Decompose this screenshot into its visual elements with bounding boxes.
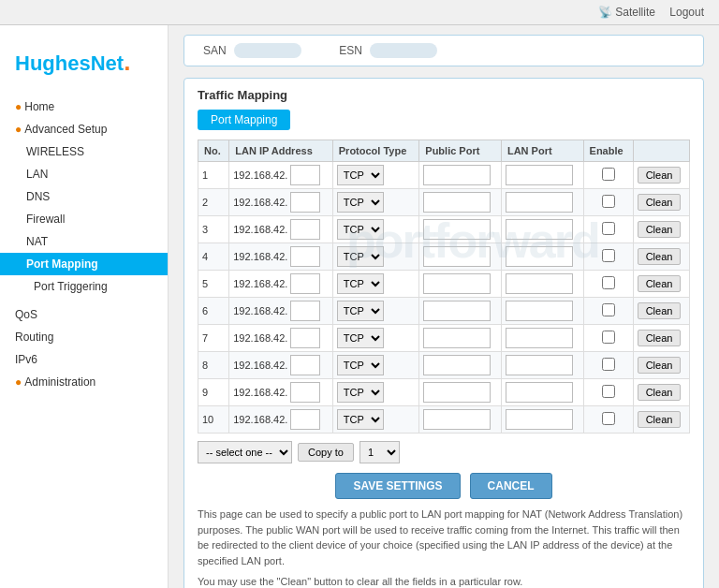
enable-checkbox[interactable]: [602, 331, 615, 344]
ip-prefix: 192.168.42.: [233, 332, 287, 344]
ip-suffix-input[interactable]: [290, 273, 320, 294]
protocol-select[interactable]: TCP UDP Both: [337, 219, 384, 240]
lan-port-input[interactable]: [506, 192, 573, 213]
description2: You may use the "Clean" button to clear …: [198, 574, 690, 588]
row-no: 3: [198, 216, 229, 243]
enable-checkbox[interactable]: [602, 303, 615, 316]
public-port-input[interactable]: [423, 246, 491, 267]
protocol-select[interactable]: TCP UDP Both: [337, 246, 384, 267]
public-port-input[interactable]: [423, 382, 491, 403]
sidebar-item-port-mapping[interactable]: Port Mapping: [0, 253, 168, 275]
clean-button[interactable]: Clean: [638, 302, 682, 319]
row-enable: [583, 216, 633, 243]
enable-checkbox[interactable]: [602, 222, 615, 235]
ip-prefix: 192.168.42.: [233, 251, 287, 262]
ip-suffix-input[interactable]: [290, 165, 320, 185]
san-label: SAN: [203, 44, 227, 57]
copy-to-button[interactable]: Copy to: [298, 443, 354, 462]
public-port-input[interactable]: [423, 409, 491, 430]
logout-link[interactable]: Logout: [669, 6, 704, 19]
protocol-select[interactable]: TCP UDP Both: [337, 355, 384, 375]
row-clean: Clean: [633, 216, 689, 243]
sidebar-item-firewall[interactable]: Firewall: [0, 208, 168, 230]
ip-suffix-input[interactable]: [290, 219, 320, 240]
sidebar-item-nat[interactable]: NAT: [0, 230, 168, 253]
copy-num-select[interactable]: 1 2 3 4 5 6 7 8 9 10: [360, 441, 400, 463]
clean-button[interactable]: Clean: [638, 221, 682, 238]
table-row: 4 192.168.42. TCP UDP Both Clean: [198, 243, 690, 271]
lan-port-input[interactable]: [506, 301, 573, 321]
row-protocol: TCP UDP Both: [332, 379, 419, 406]
ip-suffix-input[interactable]: [290, 246, 320, 267]
sidebar-item-advanced-setup[interactable]: ●Advanced Setup: [0, 118, 168, 140]
sidebar-item-ipv6[interactable]: IPv6: [0, 348, 168, 371]
lan-port-input[interactable]: [506, 409, 573, 430]
enable-checkbox[interactable]: [602, 276, 615, 289]
select-one-dropdown[interactable]: -- select one --: [198, 441, 292, 463]
lan-port-input[interactable]: [506, 355, 573, 375]
bullet-icon: ●: [15, 375, 22, 389]
clean-button[interactable]: Clean: [638, 330, 682, 346]
enable-checkbox[interactable]: [602, 195, 615, 208]
public-port-input[interactable]: [423, 273, 491, 294]
sidebar-item-administration[interactable]: ●Administration: [0, 371, 168, 393]
sidebar-item-port-triggering[interactable]: Port Triggering: [0, 275, 168, 298]
ip-suffix-input[interactable]: [290, 328, 320, 348]
public-port-input[interactable]: [423, 301, 491, 321]
lan-port-input[interactable]: [506, 382, 573, 403]
lan-port-input[interactable]: [506, 165, 573, 185]
public-port-input[interactable]: [423, 165, 491, 185]
col-action: [633, 140, 689, 162]
sidebar-item-routing[interactable]: Routing: [0, 326, 168, 348]
port-mapping-tab[interactable]: Port Mapping: [198, 110, 290, 130]
ip-suffix-input[interactable]: [290, 192, 320, 213]
save-settings-button[interactable]: SAVE SETTINGS: [335, 473, 460, 499]
public-port-input[interactable]: [423, 355, 491, 375]
ip-suffix-input[interactable]: [290, 355, 320, 375]
sidebar-item-home[interactable]: ●Home: [0, 96, 168, 118]
clean-button[interactable]: Clean: [638, 275, 682, 292]
clean-button[interactable]: Clean: [638, 357, 682, 374]
protocol-select[interactable]: TCP UDP Both: [337, 273, 384, 294]
enable-checkbox[interactable]: [602, 168, 615, 181]
lan-port-input[interactable]: [506, 246, 573, 267]
cancel-button[interactable]: CANCEL: [470, 473, 552, 499]
ip-prefix: 192.168.42.: [233, 360, 287, 371]
section-title: Traffic Mapping: [198, 88, 690, 102]
clean-button[interactable]: Clean: [638, 248, 682, 265]
lan-port-input[interactable]: [506, 273, 573, 294]
protocol-select[interactable]: TCP UDP Both: [337, 192, 384, 213]
sidebar-item-wireless[interactable]: WIRELESS: [0, 140, 168, 163]
protocol-select[interactable]: TCP UDP Both: [337, 165, 384, 185]
row-protocol: TCP UDP Both: [332, 352, 419, 379]
enable-checkbox[interactable]: [602, 358, 615, 371]
sidebar-item-dns[interactable]: DNS: [0, 185, 168, 208]
ip-suffix-input[interactable]: [290, 409, 320, 430]
protocol-select[interactable]: TCP UDP Both: [337, 328, 384, 348]
clean-button[interactable]: Clean: [638, 194, 682, 211]
lan-port-input[interactable]: [506, 328, 573, 348]
clean-button[interactable]: Clean: [638, 167, 682, 184]
ip-prefix: 192.168.42.: [233, 414, 287, 425]
protocol-select[interactable]: TCP UDP Both: [337, 301, 384, 321]
public-port-input[interactable]: [423, 192, 491, 213]
protocol-select[interactable]: TCP UDP Both: [337, 409, 384, 430]
lan-port-input[interactable]: [506, 219, 573, 240]
public-port-input[interactable]: [423, 219, 491, 240]
col-enable: Enable: [583, 140, 633, 162]
enable-checkbox[interactable]: [602, 385, 615, 398]
enable-checkbox[interactable]: [602, 412, 615, 425]
clean-button[interactable]: Clean: [638, 384, 682, 401]
enable-checkbox[interactable]: [602, 249, 615, 262]
row-no: 10: [198, 406, 229, 434]
ip-suffix-input[interactable]: [290, 382, 320, 403]
ip-suffix-input[interactable]: [290, 301, 320, 321]
col-no: No.: [198, 140, 229, 162]
protocol-select[interactable]: TCP UDP Both: [337, 382, 384, 403]
table-row: 6 192.168.42. TCP UDP Both Clean: [198, 298, 690, 325]
satellite-icon: 📡: [598, 6, 612, 19]
sidebar-item-qos[interactable]: QoS: [0, 303, 168, 326]
public-port-input[interactable]: [423, 328, 491, 348]
sidebar-item-lan[interactable]: LAN: [0, 163, 168, 185]
clean-button[interactable]: Clean: [638, 411, 682, 428]
